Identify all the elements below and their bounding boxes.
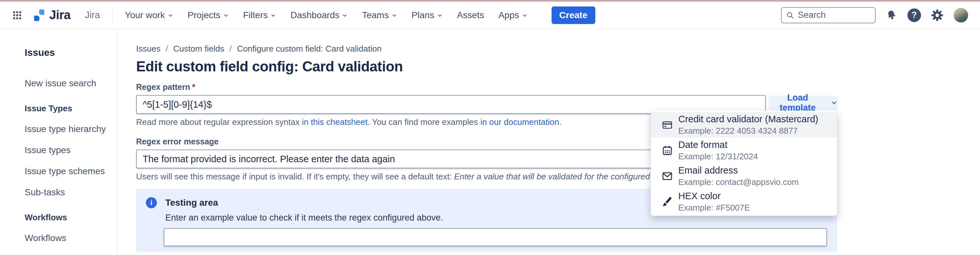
user-avatar[interactable] [953, 8, 968, 23]
sidebar-item-issue-type-hierarchy[interactable]: Issue type hierarchy [25, 124, 117, 134]
nav-item-assets[interactable]: Assets [457, 10, 484, 21]
breadcrumb-issues[interactable]: Issues [136, 44, 161, 54]
sidebar-item-sub-tasks[interactable]: Sub-tasks [25, 187, 117, 198]
template-option-date-format[interactable]: Date format Example: 12/31/2024 [651, 137, 837, 163]
main-content: Issues / Custom fields / Configure custo… [118, 29, 980, 255]
regex-pattern-help: Read more about regular expression synta… [136, 117, 980, 127]
sidebar-item-issue-type-schemes[interactable]: Issue type schemes [25, 166, 117, 177]
template-option-credit-card[interactable]: Credit card validator (Mastercard) Examp… [651, 112, 837, 137]
template-option-hex-color[interactable]: HEX color Example: #F5007E [651, 189, 837, 214]
breadcrumb-configure-custom-field[interactable]: Configure custom field: Card validation [237, 44, 382, 54]
navbar-left: Jira Jira Your work Projects Filters Das… [12, 6, 595, 24]
breadcrumb: Issues / Custom fields / Configure custo… [136, 44, 980, 54]
cheatsheet-link[interactable]: in this cheatsheet [302, 117, 368, 127]
navbar-menu: Your work Projects Filters Dashboards Te… [125, 10, 527, 21]
jira-logo-icon [32, 8, 46, 22]
testing-area-title: Testing area [165, 198, 218, 208]
settings-gear-icon[interactable] [931, 9, 944, 22]
load-template-button[interactable]: Load template [768, 96, 838, 110]
breadcrumb-separator: / [165, 44, 168, 54]
sidebar-item-issue-types[interactable]: Issue types [25, 145, 117, 155]
chevron-down-icon [830, 99, 838, 107]
sidebar-group-issue-types: Issue type hierarchy Issue types Issue t… [25, 124, 117, 198]
jira-logo[interactable]: Jira [32, 8, 71, 22]
sidebar-section-issue-types: Issue Types [25, 104, 117, 113]
chevron-down-icon [523, 15, 526, 16]
breadcrumb-custom-fields[interactable]: Custom fields [173, 44, 224, 54]
template-option-example: Example: 12/31/2024 [678, 151, 758, 162]
regex-error-message-label: Regex error message [136, 137, 980, 146]
template-option-example: Example: contact@appsvio.com [678, 177, 799, 187]
navbar-right: ? [781, 7, 968, 23]
load-template-dropdown: Credit card validator (Mastercard) Examp… [651, 111, 837, 216]
calendar-icon [662, 145, 673, 156]
breadcrumb-separator: / [229, 44, 232, 54]
sidebar-item-workflows[interactable]: Workflows [25, 233, 117, 243]
info-icon: i [146, 197, 157, 208]
site-name: Jira [85, 10, 100, 21]
search-input[interactable] [798, 10, 870, 20]
paintbrush-icon [662, 196, 673, 207]
sidebar-group-workflows: Workflows Workflow schemes [25, 233, 117, 255]
jira-wordmark: Jira [49, 8, 71, 22]
chevron-down-icon [344, 15, 347, 16]
chevron-down-icon [393, 15, 396, 16]
settings-sidebar: Issues New issue search Issue Types Issu… [0, 29, 117, 255]
chevron-down-icon [438, 15, 441, 16]
nav-item-apps[interactable]: Apps [498, 10, 528, 21]
template-option-email-address[interactable]: Email address Example: contact@appsvio.c… [651, 163, 837, 189]
sidebar-item-new-issue-search[interactable]: New issue search [25, 78, 117, 89]
template-option-example: Example: #F5007E [678, 203, 750, 213]
app-switcher-icon[interactable] [12, 10, 23, 21]
regex-error-message-help: Users will see this message if input is … [136, 172, 980, 182]
nav-item-dashboards[interactable]: Dashboards [290, 10, 348, 21]
template-option-title: Email address [678, 165, 799, 176]
chevron-down-icon [272, 15, 275, 16]
testing-area-input[interactable] [164, 228, 827, 246]
help-icon[interactable]: ? [907, 8, 921, 22]
nav-item-filters[interactable]: Filters [243, 10, 276, 21]
nav-item-projects[interactable]: Projects [188, 10, 229, 21]
nav-item-your-work[interactable]: Your work [125, 10, 173, 21]
top-navbar: Jira Jira Your work Projects Filters Das… [0, 2, 980, 29]
credit-card-icon [662, 120, 673, 131]
global-search[interactable] [781, 7, 876, 23]
notifications-bell-icon[interactable] [885, 9, 898, 21]
required-asterisk: * [192, 83, 196, 91]
search-icon [786, 11, 794, 20]
chevron-down-icon [224, 15, 228, 16]
template-option-title: HEX color [678, 191, 750, 201]
template-option-title: Date format [678, 140, 758, 150]
template-option-example: Example: 2222 4053 4324 8877 [678, 126, 818, 136]
nav-item-plans[interactable]: Plans [412, 10, 443, 21]
page-title: Edit custom field config: Card validatio… [136, 58, 980, 75]
email-icon [662, 171, 673, 182]
template-option-title: Credit card validator (Mastercard) [678, 114, 818, 124]
chevron-down-icon [169, 15, 172, 16]
sidebar-section-workflows: Workflows [25, 212, 117, 223]
sidebar-title: Issues [25, 47, 117, 58]
navbar-divider [112, 8, 113, 22]
regex-pattern-row: Load template [136, 95, 980, 114]
create-button[interactable]: Create [552, 6, 595, 24]
regex-pattern-label: Regex pattern* [136, 83, 980, 92]
nav-item-teams[interactable]: Teams [362, 10, 397, 21]
documentation-link[interactable]: in our documentation [480, 117, 559, 127]
